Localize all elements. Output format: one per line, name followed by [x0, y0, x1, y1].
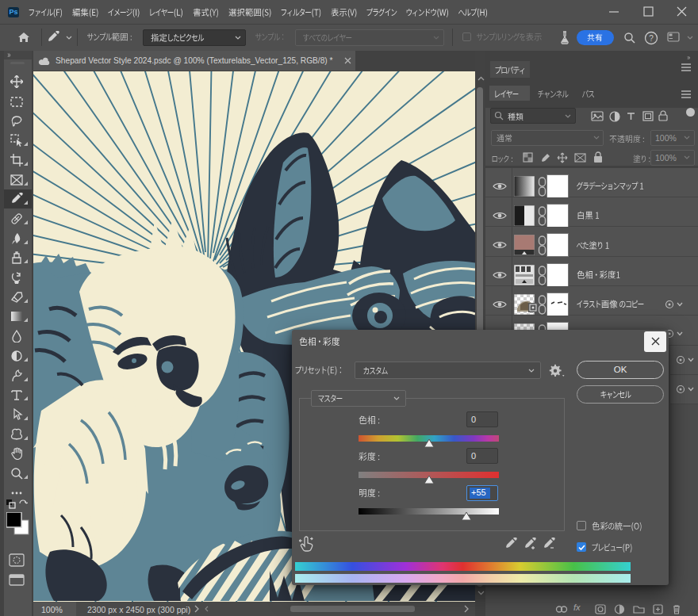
svg-text:?: ?: [649, 34, 654, 43]
